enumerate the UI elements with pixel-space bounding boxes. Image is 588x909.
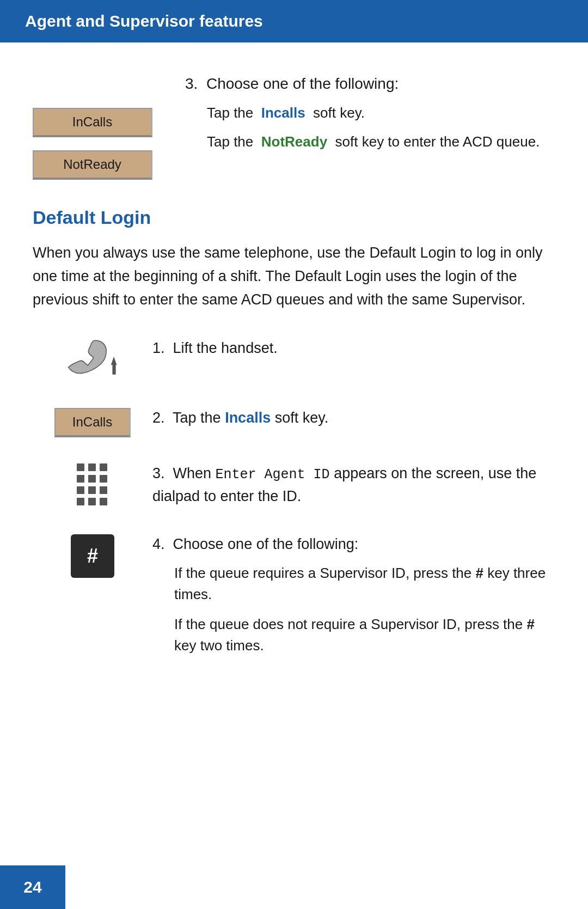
step2-incalls-label: Incalls [225,410,271,426]
dialpad-dot [100,486,107,494]
step3-number: 3. [152,465,165,481]
dialpad-dot [88,463,96,471]
step1-row: 1. Lift the handset. [33,334,555,382]
section-body: When you always use the same telephone, … [33,241,555,312]
dialpad-dot [100,498,107,505]
step2-row: InCalls 2. Tap the Incalls soft key. [33,404,555,437]
step1-number: 1. [152,340,165,356]
step3-instructions: 3. Choose one of the following: Tap the … [185,75,555,160]
step4-sub1: If the queue requires a Supervisor ID, p… [174,563,555,605]
step3-sub2: Tap the NotReady soft key to enter the A… [207,131,555,152]
incalls-softkey[interactable]: InCalls [33,108,152,137]
dialpad-dot [77,498,84,505]
hash-ref-2: # [527,616,535,632]
step4-row: # 4. Choose one of the following: If the… [33,530,555,665]
step4-sub-steps: If the queue requires a Supervisor ID, p… [174,563,555,656]
notready-softkey[interactable]: NotReady [33,150,152,180]
section-title: Default Login [33,207,555,228]
step4-number: 4. [152,536,165,552]
dialpad-dot [77,486,84,494]
step1-text: 1. Lift the handset. [152,334,555,360]
page-footer: 24 [0,865,65,909]
step1-icon-area [33,334,152,382]
hash-ref-1: # [476,565,483,581]
dialpad-icon [77,463,108,507]
step4-icon-area: # [33,530,152,578]
step2-number: 2. [152,410,165,426]
notready-label: NotReady [261,133,327,150]
page-content: InCalls NotReady 3. Choose one of the fo… [0,42,588,719]
dialpad-dot [88,486,96,494]
step3-sub1: Tap the Incalls soft key. [207,102,555,124]
dialpad-dot [100,475,107,483]
step3-icon-area [33,459,152,507]
handset-icon [57,338,128,382]
hash-key-icon: # [71,534,114,578]
svg-marker-0 [111,356,117,364]
soft-keys-left: InCalls NotReady [33,108,152,180]
header-title: Agent and Supervisor features [25,12,263,30]
step4-sub2: If the queue does not require a Supervis… [174,614,555,656]
step2-incalls-softkey[interactable]: InCalls [54,408,131,437]
dialpad-dot [88,498,96,505]
dialpad-dot [88,475,96,483]
step3-dialpad-row: 3. When Enter Agent ID appears on the sc… [33,459,555,509]
page-number: 24 [23,878,41,896]
incalls-label: Incalls [261,105,305,121]
step2-text: 2. Tap the Incalls soft key. [152,404,555,430]
dialpad-dot [77,475,84,483]
enter-agent-id-code: Enter Agent ID [216,467,330,483]
top-step-section: InCalls NotReady 3. Choose one of the fo… [33,75,555,180]
dialpad-dot [77,463,84,471]
page-header: Agent and Supervisor features [0,0,588,42]
dialpad-dot [100,463,107,471]
svg-rect-1 [112,364,115,374]
step4-text: 4. Choose one of the following: If the q… [152,530,555,665]
step3-number: 3. Choose one of the following: [185,75,555,93]
step2-icon-area: InCalls [33,404,152,437]
step3-dialpad-text: 3. When Enter Agent ID appears on the sc… [152,459,555,509]
